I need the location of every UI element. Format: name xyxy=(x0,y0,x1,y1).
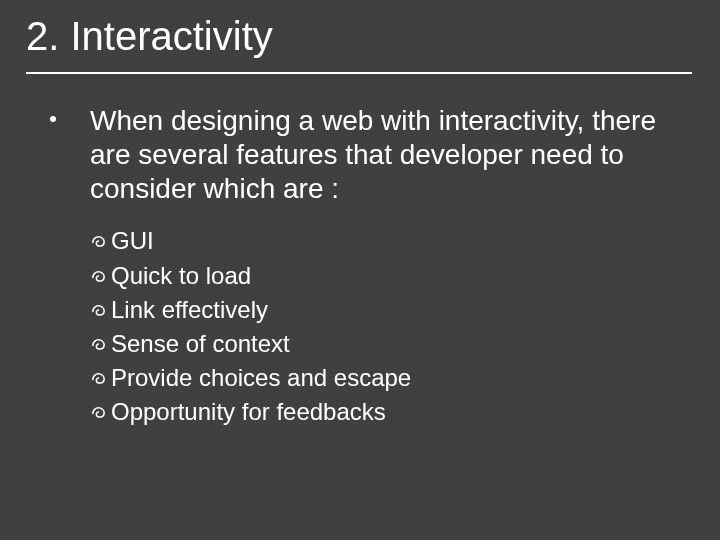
swirl-bullet-icon xyxy=(90,224,107,258)
sub-item-text: Opportunity for feedbacks xyxy=(111,398,386,425)
list-item: GUI xyxy=(90,224,672,258)
list-item: Quick to load xyxy=(90,259,672,293)
swirl-bullet-icon xyxy=(90,259,107,293)
swirl-bullet-icon xyxy=(90,361,107,395)
list-item: Provide choices and escape xyxy=(90,361,672,395)
slide: 2. Interactivity When designing a web wi… xyxy=(0,0,720,540)
sub-item-text: Sense of context xyxy=(111,330,290,357)
list-item: When designing a web with interactivity,… xyxy=(62,104,672,206)
list-item: Link effectively xyxy=(90,293,672,327)
sub-item-text: Link effectively xyxy=(111,296,268,323)
slide-title: 2. Interactivity xyxy=(26,14,273,59)
swirl-bullet-icon xyxy=(90,293,107,327)
swirl-bullet-icon xyxy=(90,327,107,361)
sub-item-text: GUI xyxy=(111,227,154,254)
sub-list: GUI Quick to load Link effectively Sense… xyxy=(62,224,672,428)
sub-item-text: Quick to load xyxy=(111,262,251,289)
title-divider xyxy=(26,72,692,74)
list-item-text: When designing a web with interactivity,… xyxy=(90,105,656,204)
sub-item-text: Provide choices and escape xyxy=(111,364,411,391)
slide-body: When designing a web with interactivity,… xyxy=(62,104,672,429)
swirl-bullet-icon xyxy=(90,395,107,429)
list-item: Sense of context xyxy=(90,327,672,361)
list-item: Opportunity for feedbacks xyxy=(90,395,672,429)
bullet-dot-icon xyxy=(50,116,56,122)
